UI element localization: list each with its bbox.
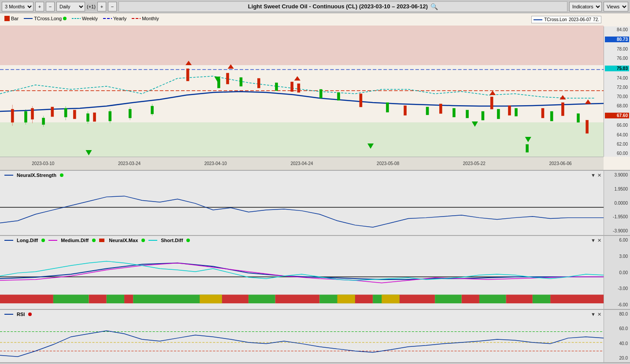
band-red-3 xyxy=(124,294,133,303)
svg-rect-28 xyxy=(482,111,484,120)
band-red-1 xyxy=(0,294,53,303)
chart-legend: Bar TCross.Long Weekly Yearly Monthly xyxy=(4,16,159,21)
period-sub-btn[interactable]: − xyxy=(46,2,55,11)
neurax-svg xyxy=(0,180,604,235)
band-red-8 xyxy=(462,294,479,303)
period-select[interactable]: 3 Months 1 Month 6 Months 1 Year xyxy=(2,2,33,11)
date-axis: 2023-03-10 2023-03-24 2023-04-10 2023-04… xyxy=(0,157,604,170)
svg-marker-59 xyxy=(585,99,591,104)
long-diff-dot xyxy=(41,239,45,242)
svg-marker-57 xyxy=(489,91,496,95)
pink-zone xyxy=(0,26,604,65)
price-84: 84.00 xyxy=(605,27,629,32)
price-axis: 84.00 80.73 78.00 76.00 75.03 74.00 72.0… xyxy=(604,26,630,157)
svg-rect-52 xyxy=(561,103,564,116)
svg-rect-40 xyxy=(93,113,96,121)
date-2: 2023-04-10 xyxy=(204,161,227,166)
search-icon[interactable]: 🔍 xyxy=(430,3,438,10)
band-red-4 xyxy=(222,294,248,303)
svg-rect-22 xyxy=(319,89,322,98)
tcross-long-line xyxy=(0,92,604,111)
neurax-controls: ▼ ✕ xyxy=(591,173,601,178)
band-red-2 xyxy=(89,294,106,303)
toolbar: 3 Months 1 Month 6 Months 1 Year + − Dai… xyxy=(0,0,630,13)
rsi-y-20: 20.0 xyxy=(605,356,629,360)
diff-close-btn[interactable]: ✕ xyxy=(597,238,601,243)
svg-rect-25 xyxy=(426,107,429,115)
price-68: 68.00 xyxy=(605,103,629,108)
rsi-line-icon xyxy=(4,312,13,316)
long-diff-label: Long.Diff xyxy=(17,238,38,243)
neurax-panel: NeuralX.Strength ▼ ✕ 3.9000 1.9500 0.000… xyxy=(0,171,630,236)
indicators-select[interactable]: Indicators xyxy=(569,2,602,11)
svg-rect-23 xyxy=(337,92,340,100)
rsi-y-60: 60.0 xyxy=(605,326,629,331)
short-diff-icon xyxy=(148,238,157,243)
bar-color-icon xyxy=(4,16,10,21)
band-red-7 xyxy=(400,294,435,303)
interval-select[interactable]: Daily Weekly Monthly xyxy=(56,2,85,11)
interval-add-btn[interactable]: + xyxy=(97,2,106,11)
diff-svg xyxy=(0,245,604,309)
short-diff-label: Short.Diff xyxy=(161,238,183,243)
yearly-label: Yearly xyxy=(113,16,126,21)
date-6: 2023-06-06 xyxy=(549,161,571,166)
price-75-03: 75.03 xyxy=(605,66,629,71)
rsi-svg xyxy=(0,319,604,362)
neurax-header: NeuralX.Strength xyxy=(4,173,63,178)
neurax-max-icon xyxy=(99,239,104,242)
diff-y--3: -3.00 xyxy=(605,286,629,291)
svg-rect-53 xyxy=(586,120,589,133)
svg-rect-44 xyxy=(291,82,293,92)
legend-bar: Bar xyxy=(4,16,19,21)
price-74: 74.00 xyxy=(605,76,629,81)
price-64: 64.00 xyxy=(605,132,629,137)
band-green-1 xyxy=(53,294,89,303)
bar-label: Bar xyxy=(11,16,19,21)
toolbar-right: Indicators Views xyxy=(569,2,628,11)
band-green-2 xyxy=(107,294,124,303)
rsi-controls: ▼ ✕ xyxy=(591,312,601,317)
neurax-collapse-btn[interactable]: ▼ xyxy=(591,173,596,178)
price-80-73: 80.73 xyxy=(605,37,629,42)
tcross-dot xyxy=(63,17,67,20)
date-4: 2023-05-08 xyxy=(377,161,399,166)
date-3: 2023-04-24 xyxy=(290,161,313,166)
medium-diff-line xyxy=(0,263,604,283)
price-78: 78.00 xyxy=(605,47,629,51)
svg-rect-43 xyxy=(257,78,260,88)
neurax-y-3.9: 3.9000 xyxy=(605,173,629,177)
legend-yearly: Yearly xyxy=(103,16,126,21)
rsi-close-btn[interactable]: ✕ xyxy=(597,312,601,317)
svg-rect-32 xyxy=(550,111,553,121)
band-red-10 xyxy=(550,294,604,303)
neurax-title: NeuralX.Strength xyxy=(17,173,56,178)
legend-monthly: Monthly xyxy=(132,16,159,21)
tcross-tooltip-date: 2023-06-07 xyxy=(569,17,591,22)
neurax-y--1.9: -1.9500 xyxy=(605,214,629,219)
period-add-btn[interactable]: + xyxy=(35,2,44,11)
rsi-collapse-btn[interactable]: ▼ xyxy=(591,312,596,317)
views-select[interactable]: Views xyxy=(604,2,628,11)
diff-collapse-btn[interactable]: ▼ xyxy=(591,238,596,243)
neurax-close-btn[interactable]: ✕ xyxy=(597,173,601,178)
diff-panel: Long.Diff Medium.Diff NeuralX.Max Short.… xyxy=(0,236,630,310)
neurax-max-label: NeuralX.Max xyxy=(109,238,138,243)
chart-title: Light Sweet Crude Oil - Continuous (CL) … xyxy=(119,1,567,12)
weekly-line-icon xyxy=(72,16,81,21)
interval-sub-btn[interactable]: − xyxy=(108,2,117,11)
weekly-label: Weekly xyxy=(82,16,98,21)
diff-y-6: 6.00 xyxy=(605,238,629,243)
price-62: 62.00 xyxy=(605,142,629,147)
neurax-max-dot xyxy=(141,239,145,242)
svg-marker-56 xyxy=(294,76,300,81)
tcross-tooltip: TCross.Lon 2023-06-07 72. xyxy=(531,16,601,23)
band-yellow-2 xyxy=(337,294,355,303)
neurax-line xyxy=(0,196,604,227)
neurax-y--3.9: -3.9000 xyxy=(605,228,629,233)
date-5: 2023-05-22 xyxy=(463,161,485,166)
svg-rect-47 xyxy=(404,106,407,115)
tcross-tooltip-label: TCross.Lon xyxy=(544,17,567,22)
svg-rect-20 xyxy=(240,77,242,86)
monthly-line-icon xyxy=(132,16,141,21)
